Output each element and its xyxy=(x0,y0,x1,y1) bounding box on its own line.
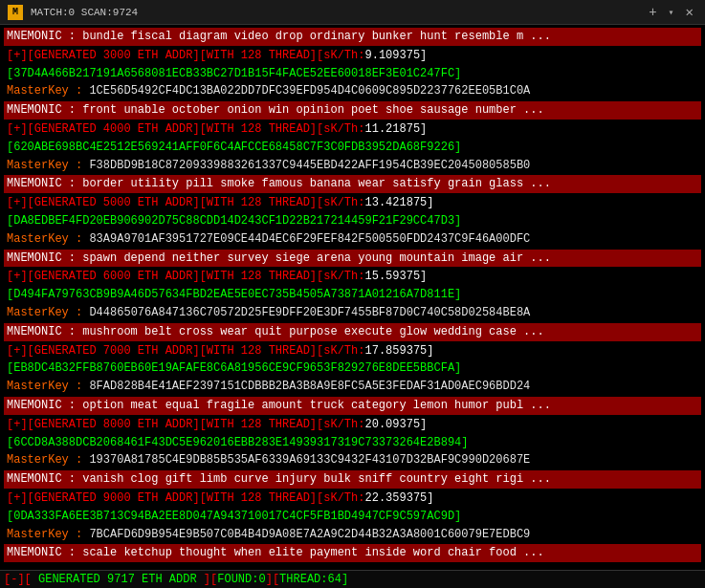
master-key-line: MasterKey : 83A9A9701AF3951727E09CE44D4E… xyxy=(4,230,701,249)
address-line: [6CCD8A388DCB2068461F43DC5E962016EBB283E… xyxy=(4,434,701,452)
title-bar: M MATCH:0 SCAN:9724 + ▾ ✕ xyxy=(0,0,705,25)
close-button[interactable]: ✕ xyxy=(682,4,697,20)
new-tab-button[interactable]: + xyxy=(645,5,660,20)
generated-line: [+][GENERATED 6000 ETH ADDR][WITH 128 TH… xyxy=(4,268,701,286)
content-area: MNEMONIC : bundle fiscal diagram video d… xyxy=(0,25,705,570)
status-thread-label: THREAD: xyxy=(279,573,327,586)
status-eth-label: ETH ADDR xyxy=(135,573,204,586)
address-line: [620ABE698BC4E2512E569241AFF0F6C4AFCCE68… xyxy=(4,139,701,157)
status-thread-bracket: ][ xyxy=(266,573,279,586)
mnemonic-line: MNEMONIC : mushroom belt cross wear quit… xyxy=(4,323,701,341)
address-line: [DA8EDBEF4FD20EB906902D75C88CDD14D243CF1… xyxy=(4,212,701,230)
app-icon: M xyxy=(8,5,23,20)
generated-line: [+][GENERATED 4000 ETH ADDR][WITH 128 TH… xyxy=(4,120,701,139)
generated-line: [+][GENERATED 9000 ETH ADDR][WITH 128 TH… xyxy=(4,490,701,508)
dropdown-button[interactable]: ▾ xyxy=(669,7,674,18)
status-thread-val: 64 xyxy=(328,573,341,586)
master-key-line: MasterKey : D44865076A847136C70572D25FE9… xyxy=(4,304,701,322)
status-bar: [-][ GENERATED 9717 ETH ADDR ][FOUND:0][… xyxy=(0,570,705,588)
status-close-bracket: ] xyxy=(341,573,348,586)
address-line: [37D4A466B217191A6568081ECB33BC27D1B15F4… xyxy=(4,65,701,83)
generated-line: [+][GENERATED 7000 ETH ADDR][WITH 128 TH… xyxy=(4,342,701,360)
mnemonic-line: MNEMONIC : spawn depend neither survey s… xyxy=(4,250,701,268)
title-text: MATCH:0 SCAN:9724 xyxy=(31,7,637,18)
status-text: [-][ GENERATED 9717 ETH ADDR ][FOUND:0][… xyxy=(4,573,348,586)
mnemonic-line: MNEMONIC : border utility pill smoke fam… xyxy=(4,175,701,193)
generated-line: [+][GENERATED 5000 ETH ADDR][WITH 128 TH… xyxy=(4,194,701,212)
icon-letter: M xyxy=(12,7,18,17)
status-found-bracket: ][ xyxy=(204,573,217,586)
mnemonic-line: MNEMONIC : front unable october onion wi… xyxy=(4,101,701,120)
master-key-line: MasterKey : 1CE56D5492CF4DC13BA022DD7DFC… xyxy=(4,82,701,100)
status-generated-label: GENERATED xyxy=(32,573,107,586)
master-key-line: MasterKey : 7BCAFD6D9B954E9B507C0B4B4D9A… xyxy=(4,526,701,544)
master-key-line: MasterKey : 8FAD828B4E41AEF2397151CDBBB2… xyxy=(4,378,701,396)
status-scan-num: 9717 xyxy=(107,573,135,586)
status-found-val: 0 xyxy=(258,573,265,586)
app-window: M MATCH:0 SCAN:9724 + ▾ ✕ MNEMONIC : bun… xyxy=(0,0,705,588)
mnemonic-line: MNEMONIC : scale ketchup thought when el… xyxy=(4,544,701,562)
address-line: [EB8DC4B32FFB8760EB60E19AFAFE8C6A81956CE… xyxy=(4,359,701,378)
master-key-line: MasterKey : 19370A81785C4E9DB85B535AF633… xyxy=(4,451,701,469)
mnemonic-line: MNEMONIC : bundle fiscal diagram video d… xyxy=(4,28,701,46)
generated-line: [+][GENERATED 8000 ETH ADDR][WITH 128 TH… xyxy=(4,416,701,434)
generated-line: [+][GENERATED 3000 ETH ADDR][WITH 128 TH… xyxy=(4,47,701,65)
address-line: [D494FA79763CB9B9A46D57634FBD2EAE5E0EC73… xyxy=(4,286,701,304)
status-found-label: FOUND: xyxy=(217,573,258,586)
mnemonic-line: MNEMONIC : option meat equal fragile amo… xyxy=(4,397,701,415)
status-minus: [-][ xyxy=(4,573,32,586)
address-line: [0DA333FA6EE3B713C94BA2EE8D047A943710017… xyxy=(4,508,701,526)
mnemonic-line: MNEMONIC : vanish clog gift limb curve i… xyxy=(4,470,701,489)
master-key-line: MasterKey : F38DBD9B18C87209339883261337… xyxy=(4,157,701,175)
